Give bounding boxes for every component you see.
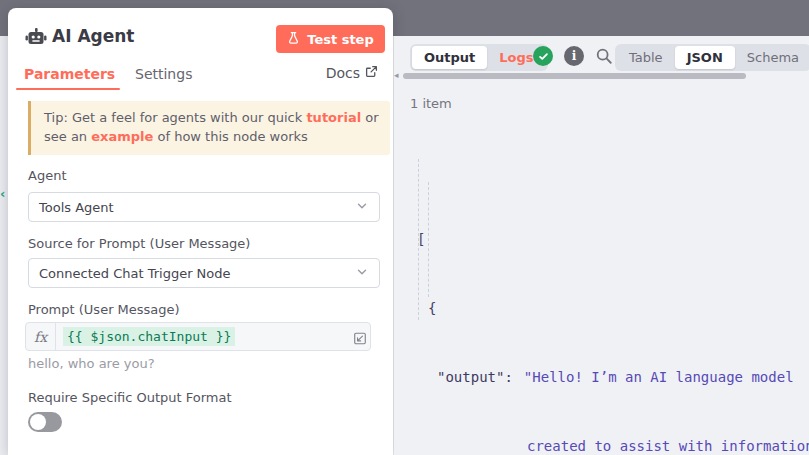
- success-check-icon: [533, 46, 553, 66]
- chevron-down-icon: [355, 199, 369, 216]
- info-glyph: i: [572, 49, 577, 63]
- test-step-label: Test step: [307, 32, 374, 47]
- info-icon: i: [564, 46, 584, 66]
- toggle-knob: [30, 414, 46, 430]
- agent-label: Agent: [28, 168, 66, 183]
- json-key: "output":: [437, 369, 513, 385]
- tab-json[interactable]: JSON: [675, 46, 735, 69]
- tab-schema[interactable]: Schema: [735, 46, 809, 69]
- tip-text-prefix: Tip: Get a feel for agents with our quic…: [44, 110, 306, 125]
- tab-output[interactable]: Output: [412, 46, 487, 69]
- prompt-label: Prompt (User Message): [28, 302, 180, 317]
- chevron-down-icon: [355, 265, 369, 282]
- output-panel: Output Logs i Table JSON Schema ◂ 1 item…: [394, 36, 809, 455]
- scrollbar-left-arrow-icon[interactable]: ◂: [394, 70, 399, 80]
- agent-select[interactable]: Tools Agent: [28, 192, 380, 222]
- json-value-line: created to assist with information: [527, 438, 809, 454]
- source-select-value: Connected Chat Trigger Node: [39, 266, 231, 281]
- items-count: 1 item: [410, 96, 452, 111]
- robot-icon: [24, 25, 48, 53]
- agent-select-value: Tools Agent: [39, 200, 114, 215]
- json-output-view: [ { "output":"Hello! I’m an AI language …: [408, 136, 809, 455]
- tip-text-suffix: of how this node works: [153, 129, 307, 144]
- flask-icon: [287, 31, 300, 48]
- tutorial-link[interactable]: tutorial: [306, 110, 361, 125]
- prompt-expression-value[interactable]: {{ $json.chatInput }}: [63, 327, 235, 346]
- node-detail-panel: AI Agent Test step Parameters Settings D…: [8, 8, 393, 455]
- input-connection-caret: ‹: [0, 186, 5, 201]
- tip-banner: Tip: Get a feel for agents with our quic…: [28, 101, 390, 155]
- json-open-brace: {: [428, 300, 436, 316]
- tab-table[interactable]: Table: [617, 46, 675, 69]
- source-label: Source for Prompt (User Message): [28, 236, 250, 251]
- prompt-expression-field[interactable]: fx {{ $json.chatInput }}: [25, 322, 371, 351]
- node-title: AI Agent: [52, 26, 135, 46]
- search-icon[interactable]: [595, 47, 613, 69]
- indent-guide: [418, 159, 419, 320]
- docs-label: Docs: [326, 65, 360, 81]
- test-step-button[interactable]: Test step: [276, 25, 385, 53]
- json-value-line: "Hello! I’m an AI language model: [524, 369, 794, 385]
- fx-badge: fx: [26, 323, 56, 350]
- tab-parameters[interactable]: Parameters: [24, 66, 115, 82]
- expand-expression-icon[interactable]: [353, 332, 367, 348]
- output-logs-tabs: Output Logs: [410, 44, 548, 71]
- horizontal-scrollbar-thumb[interactable]: [403, 73, 746, 79]
- example-link[interactable]: example: [91, 129, 153, 144]
- external-link-icon: [365, 65, 378, 81]
- output-format-toggle[interactable]: [28, 412, 62, 432]
- source-select[interactable]: Connected Chat Trigger Node: [28, 258, 380, 288]
- indent-guide: [428, 182, 429, 297]
- tab-parameters-underline: [16, 88, 120, 90]
- tab-settings[interactable]: Settings: [135, 66, 192, 82]
- prompt-resolved-preview: hello, who are you?: [28, 356, 155, 371]
- view-mode-tabs: Table JSON Schema: [615, 44, 809, 71]
- docs-link[interactable]: Docs: [326, 65, 378, 81]
- output-format-label: Require Specific Output Format: [28, 390, 232, 405]
